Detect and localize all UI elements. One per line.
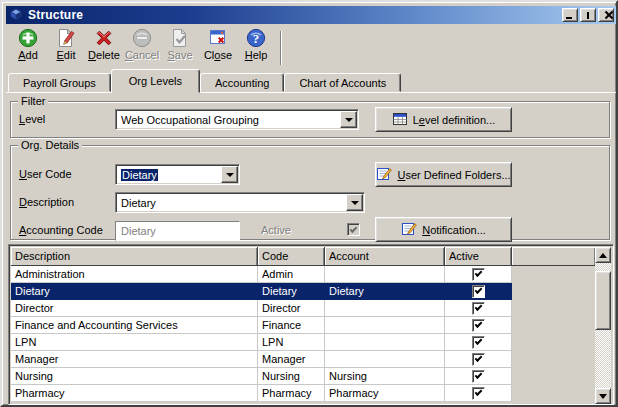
row-active-checkbox[interactable] [472, 268, 485, 281]
scroll-down-button[interactable] [595, 388, 611, 404]
tab-strip: Payroll Groups Org Levels Accounting Cha… [8, 69, 401, 93]
active-checkbox[interactable] [347, 223, 360, 236]
row-filler [512, 317, 595, 334]
cell-description: LPN [11, 334, 258, 351]
active-label: Active [261, 224, 291, 236]
close-form-button[interactable]: Close [199, 27, 237, 67]
tab-org-levels[interactable]: Org Levels [111, 69, 200, 93]
arrow-up-icon [599, 253, 607, 258]
row-filler [512, 300, 595, 317]
cell-active [445, 300, 512, 317]
toolbar-separator [280, 31, 282, 65]
close-form-button-label: Close [204, 49, 232, 61]
level-definition-button[interactable]: Level definition... [375, 107, 512, 132]
row-active-checkbox[interactable] [472, 336, 485, 349]
description-combobox[interactable]: Dietary [115, 192, 365, 213]
save-check-icon [170, 28, 190, 48]
cell-code: Dietary [258, 283, 325, 300]
table-row[interactable]: LPN LPN [11, 334, 595, 351]
note-pencil-icon [376, 166, 392, 184]
notification-button[interactable]: Notification... [375, 217, 512, 242]
table-row-selected[interactable]: Dietary Dietary Dietary [11, 283, 595, 300]
close-window-icon [208, 28, 228, 48]
user-code-label: User Code [19, 168, 72, 180]
row-filler [512, 283, 595, 300]
row-active-checkbox[interactable] [472, 370, 485, 383]
accounting-code-field[interactable]: Dietary [115, 221, 240, 241]
table-row[interactable]: Administration Admin [11, 266, 595, 283]
level-combobox[interactable]: Web Occupational Grouping [115, 109, 359, 130]
chevron-down-icon [226, 173, 234, 177]
maximize-icon [587, 12, 589, 19]
description-combobox-arrow[interactable] [346, 194, 363, 211]
cell-code: LPN [258, 334, 325, 351]
help-button[interactable]: ? Help [237, 27, 275, 67]
delete-button-label: Delete [88, 49, 120, 61]
user-defined-folders-button[interactable]: User Defined Folders... [375, 162, 512, 187]
accounting-code-label: Accounting Code [19, 224, 103, 236]
filter-group-caption: Filter [18, 95, 48, 108]
vertical-scrollbar[interactable] [595, 247, 611, 404]
add-plus-icon [18, 28, 38, 48]
tab-chart-of-accounts[interactable]: Chart of Accounts [284, 73, 401, 92]
toolbar: Add Edit Delete [6, 25, 616, 69]
user-code-combobox-arrow[interactable] [221, 166, 238, 183]
user-code-combobox[interactable]: Dietary [115, 164, 240, 185]
column-header-code[interactable]: Code [258, 247, 325, 266]
table-row[interactable]: Director Director [11, 300, 595, 317]
check-icon [474, 371, 482, 379]
cell-code: Nursing [258, 368, 325, 385]
column-header-filler [512, 247, 595, 266]
row-active-checkbox[interactable] [472, 387, 485, 400]
table-row[interactable]: Manager Manager [11, 351, 595, 368]
save-button[interactable]: Save [161, 27, 199, 67]
cell-account: Nursing [325, 368, 445, 385]
cell-code: Admin [258, 266, 325, 283]
cell-account: Pharmacy [325, 385, 445, 402]
add-button-label: Add [18, 49, 38, 61]
row-filler [512, 334, 595, 351]
row-active-checkbox[interactable] [472, 285, 485, 298]
notification-button-label: Notification... [422, 224, 486, 236]
add-button[interactable]: Add [9, 27, 47, 67]
cancel-button[interactable]: Cancel [123, 27, 161, 67]
row-active-checkbox[interactable] [472, 353, 485, 366]
check-icon [474, 320, 482, 328]
delete-button[interactable]: Delete [85, 27, 123, 67]
scrollbar-thumb[interactable] [595, 271, 611, 330]
org-details-group-caption: Org. Details [18, 139, 82, 152]
scroll-up-button[interactable] [595, 247, 611, 263]
cell-description: Finance and Accounting Services [11, 317, 258, 334]
check-icon [350, 225, 358, 233]
tab-accounting[interactable]: Accounting [200, 73, 284, 92]
cell-active [445, 334, 512, 351]
cell-account [325, 334, 445, 351]
minimize-button[interactable] [562, 8, 578, 22]
row-active-checkbox[interactable] [472, 319, 485, 332]
maximize-button[interactable] [580, 8, 596, 22]
cell-active [445, 351, 512, 368]
cell-code: Finance [258, 317, 325, 334]
table-row[interactable]: Pharmacy Pharmacy Pharmacy [11, 385, 595, 402]
table-row[interactable]: Finance and Accounting Services Finance [11, 317, 595, 334]
cell-description: Manager [11, 351, 258, 368]
column-header-description[interactable]: Description [11, 247, 258, 266]
description-combobox-value: Dietary [121, 197, 156, 209]
arrow-down-icon [599, 394, 607, 399]
column-header-account[interactable]: Account [325, 247, 445, 266]
table-row[interactable]: Nursing Nursing Nursing [11, 368, 595, 385]
cell-account: Dietary [325, 283, 445, 300]
user-code-combobox-value: Dietary [121, 169, 158, 181]
check-icon [474, 354, 482, 362]
check-icon [474, 269, 482, 277]
column-header-active[interactable]: Active [445, 247, 512, 266]
level-combobox-arrow[interactable] [340, 111, 357, 128]
edit-button[interactable]: Edit [47, 27, 85, 67]
row-active-checkbox[interactable] [472, 302, 485, 315]
tab-payroll-groups[interactable]: Payroll Groups [8, 73, 111, 92]
cell-active [445, 368, 512, 385]
cell-active [445, 317, 512, 334]
close-button[interactable] [598, 8, 614, 22]
cell-account [325, 317, 445, 334]
grid-header: Description Code Account Active [11, 247, 595, 266]
